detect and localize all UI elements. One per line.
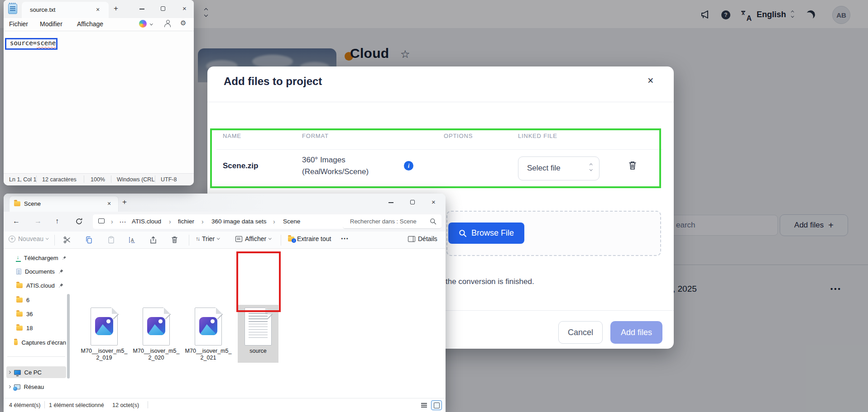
folder-icon [16,312,23,317]
file-format-cell: 360° Images (RealWorks/Scene) [302,154,369,178]
modal-close-icon[interactable]: × [647,75,653,87]
file-tile-021[interactable]: M70__isover_m5_2_021 [185,308,232,361]
crumb-ellipsis[interactable]: … [119,216,126,224]
sort-icon: ↑↓ [196,236,199,242]
breadcrumb[interactable]: › … ATIS.cloud › fichier › 360 image dat… [93,214,346,229]
format-line2: (RealWorks/Scene) [302,166,369,178]
delete-icon[interactable] [171,236,178,244]
menu-affichage[interactable]: Affichage [77,20,103,28]
sidebar-scrollbar[interactable] [67,294,70,379]
screen: ? xA English AB Cloud ☆ earch Add files … [0,0,868,412]
crumb-fichier[interactable]: fichier [178,218,194,225]
crumb-360-image-data-sets[interactable]: 360 image data sets [211,218,267,225]
explorer-tab[interactable]: Scene × [9,196,119,212]
explorer-search-input[interactable]: Rechercher dans : Scene [343,214,441,229]
nav-forward-icon[interactable]: → [34,217,42,225]
table-header-divider [216,149,663,150]
column-header-options: OPTIONS [444,133,473,139]
menu-fichier[interactable]: Fichier [9,20,28,28]
explorer-statusbar: 4 élément(s) 1 élément sélectionné 12 oc… [4,398,446,412]
conversion-note: the conversion is finished. [446,277,534,286]
editor-text[interactable]: source=scene [10,39,56,47]
modal-divider [207,102,674,102]
copilot-chevron-icon[interactable] [150,22,153,25]
notepad-tab[interactable]: source.txt × [22,2,109,18]
file-tile-020[interactable]: M70__isover_m5_2_020 [133,308,180,361]
add-files-submit-button[interactable]: Add files [610,321,662,344]
details-icon [408,236,415,242]
tab-close-icon[interactable]: × [96,6,100,13]
browse-file-label: Browse File [471,228,514,238]
nav-up-icon[interactable]: ↑ [55,217,59,225]
menu-modifier[interactable]: Modifier [40,20,62,28]
notepad-window: source.txt × + × Fichier Modifier Affich… [4,0,194,185]
pin-icon [58,283,63,288]
minimize-icon[interactable] [388,202,393,203]
sidebar-item-6[interactable]: 6 [6,294,66,306]
paste-icon[interactable] [107,236,115,244]
explorer-titlebar[interactable]: Scene × + × [4,194,446,212]
file-name: M70__isover_m5_2_019 [81,348,128,361]
new-tab-icon[interactable]: + [122,198,127,207]
file-explorer-window: Scene × + × ← → ↑ › … ATIS.cloud › fichi… [4,194,446,412]
sidebar-item-label: Réseau [24,384,44,390]
account-icon[interactable] [164,20,171,27]
sidebar-item-captures[interactable]: Captures d'écran [6,336,66,348]
format-line1: 360° Images [302,154,369,166]
sidebar-item-telechargements[interactable]: ↓ Téléchargem [6,252,66,264]
expand-chevron-icon[interactable] [8,385,10,388]
new-tab-icon[interactable]: + [114,4,118,13]
new-item-button[interactable]: + Nouveau [9,235,48,242]
close-icon[interactable]: × [182,5,187,12]
file-tile-019[interactable]: M70__isover_m5_2_019 [81,308,128,361]
sort-button[interactable]: ↑↓ Trier [196,235,220,242]
crumb-atis-cloud[interactable]: ATIS.cloud [132,218,161,225]
sidebar-item-label: ATIS.cloud [26,282,55,289]
share-icon[interactable] [149,236,157,244]
sidebar-item-36[interactable]: 36 [6,308,66,320]
minimize-icon[interactable] [139,9,144,9]
copilot-icon[interactable] [139,20,147,28]
close-icon[interactable]: × [432,198,436,206]
sidebar-item-ce-pc[interactable]: Ce PC [6,366,66,378]
rename-icon[interactable]: A [128,236,136,244]
status-separator [148,401,148,408]
expand-chevron-icon[interactable] [8,371,10,374]
settings-gear-icon[interactable]: ⚙ [180,19,186,27]
cut-icon[interactable] [63,236,71,244]
linked-file-select[interactable]: Select file [518,156,599,180]
notepad-titlebar[interactable]: source.txt × + × [4,0,194,18]
notepad-icon [8,4,17,14]
sidebar-item-atis-cloud[interactable]: ATIS.cloud [6,279,66,291]
delete-row-icon[interactable] [628,160,638,171]
cancel-button[interactable]: Cancel [558,321,603,344]
browse-file-button[interactable]: Browse File [448,223,524,244]
column-header-name: NAME [223,133,241,139]
line-ending: Windows (CRL [117,176,154,183]
folder-icon [14,340,18,345]
details-button[interactable]: Détails [408,235,437,242]
nav-back-icon[interactable]: ← [13,217,20,225]
large-icons-view-icon[interactable] [431,400,442,410]
cursor-position: Ln 1, Col 1 [9,176,36,183]
pin-icon [58,269,63,274]
network-icon [14,384,20,389]
sidebar-item-documents[interactable]: Documents [6,265,66,277]
tab-close-icon[interactable]: × [107,200,111,207]
toolbar-more-icon[interactable]: … [340,232,349,242]
crumb-scene[interactable]: Scene [283,218,300,225]
sidebar-item-18[interactable]: 18 [6,322,66,334]
sidebar-item-label: 6 [26,297,29,303]
extract-all-button[interactable]: ↓ Extraire tout [288,235,331,242]
maximize-icon[interactable] [410,200,415,204]
view-button[interactable]: Afficher [235,235,271,242]
maximize-icon[interactable] [161,6,165,11]
copy-icon[interactable] [85,236,93,244]
nav-refresh-icon[interactable] [75,218,83,225]
status-separator [111,175,111,183]
list-view-icon[interactable] [421,403,427,407]
crumb-chevron-icon: › [111,218,113,225]
info-icon[interactable]: i [404,161,413,170]
sidebar-item-reseau[interactable]: Réseau [6,381,66,393]
file-tile-source[interactable]: source [235,308,282,355]
